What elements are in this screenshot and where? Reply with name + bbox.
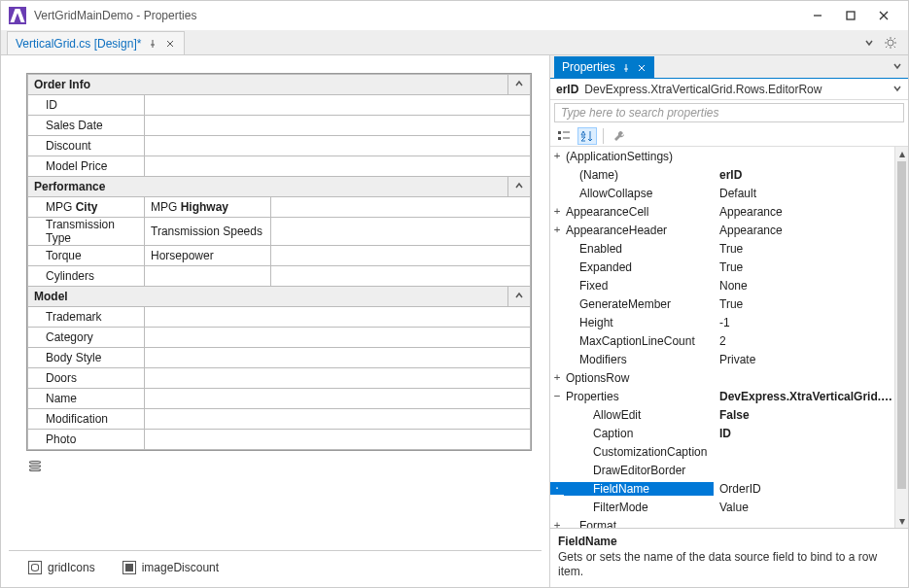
row-value[interactable] [145, 307, 531, 328]
pin-icon[interactable] [621, 62, 631, 72]
row-value[interactable] [145, 136, 531, 156]
close-button[interactable] [867, 4, 900, 27]
property-value[interactable]: False [714, 408, 894, 422]
property-row[interactable]: ·CustomizationCaption [550, 442, 894, 461]
category-label[interactable]: Order Info [34, 78, 90, 91]
row-value[interactable] [145, 348, 531, 368]
property-value[interactable]: None [714, 279, 894, 293]
row-value[interactable] [145, 409, 531, 430]
property-value[interactable]: ID [714, 427, 894, 440]
property-row[interactable]: ·AllowCollapseDefault [550, 184, 894, 202]
row-label[interactable]: ID [28, 95, 145, 116]
row-label[interactable]: Modification [28, 409, 145, 430]
property-value[interactable]: True [714, 260, 894, 274]
property-row[interactable]: +OptionsRow [550, 368, 894, 387]
property-value[interactable]: Appearance [714, 224, 894, 237]
row-label[interactable]: Torque [28, 246, 145, 266]
row-value[interactable] [271, 197, 531, 218]
scrollbar-thumb[interactable] [897, 161, 906, 489]
row-value[interactable] [271, 246, 531, 266]
object-selector[interactable]: erID DevExpress.XtraVerticalGrid.Rows.Ed… [550, 79, 908, 100]
property-row[interactable]: ·ExpandedTrue [550, 258, 894, 276]
row-label[interactable]: Discount [28, 136, 145, 156]
row-label[interactable]: Horsepower [145, 246, 271, 266]
property-row[interactable]: ·GenerateMemberTrue [550, 294, 894, 313]
property-row[interactable]: ·FilterModeValue [550, 498, 894, 516]
expand-toggle[interactable]: + [550, 150, 564, 162]
properties-list[interactable]: +(ApplicationSettings)·(Name)erID·AllowC… [550, 147, 894, 528]
row-label[interactable]: Model Price [28, 156, 145, 177]
property-row[interactable]: +(ApplicationSettings) [550, 147, 894, 165]
property-row[interactable]: ·EnabledTrue [550, 239, 894, 258]
property-row[interactable]: ·AllowEditFalse [550, 405, 894, 424]
category-label[interactable]: Model [34, 290, 68, 303]
row-label[interactable]: Name [28, 389, 145, 409]
property-value[interactable]: Private [714, 353, 894, 366]
property-row[interactable]: ·DrawEditorBorder [550, 461, 894, 479]
row-value[interactable] [145, 389, 531, 409]
expand-toggle[interactable]: + [550, 519, 564, 528]
scrollbar[interactable]: ▴ ▾ [894, 147, 908, 528]
row-value[interactable] [145, 368, 531, 389]
property-row[interactable]: ·FixedNone [550, 276, 894, 294]
chevron-up-icon[interactable] [514, 180, 524, 193]
scroll-down-icon[interactable]: ▾ [895, 514, 908, 528]
vertical-grid[interactable]: Order Info ID Sales Date Discount Model … [26, 73, 532, 451]
property-value[interactable]: OrderID [714, 482, 894, 496]
row-value[interactable] [145, 95, 531, 116]
scroll-up-icon[interactable]: ▴ [895, 147, 908, 160]
expand-toggle[interactable]: + [550, 371, 564, 384]
component-imagediscount[interactable]: imageDiscount [122, 561, 219, 574]
property-value[interactable]: Appearance [714, 205, 894, 219]
row-value[interactable] [145, 328, 531, 348]
property-row[interactable]: +AppearanceHeaderAppearance [550, 221, 894, 239]
database-icon[interactable] [26, 461, 44, 478]
row-value[interactable] [271, 266, 531, 287]
pin-icon[interactable] [147, 38, 158, 50]
row-value[interactable] [271, 218, 531, 246]
property-value[interactable]: Value [714, 501, 894, 514]
minimize-button[interactable] [801, 4, 834, 27]
expand-toggle[interactable]: + [550, 224, 564, 236]
gear-icon[interactable] [883, 35, 898, 51]
property-row[interactable]: ·FieldNameOrderID [550, 479, 894, 498]
row-label[interactable]: Trademark [28, 307, 145, 328]
row-label[interactable]: Category [28, 328, 145, 348]
properties-tab[interactable]: Properties [554, 56, 654, 78]
row-label[interactable]: Photo [28, 430, 145, 450]
property-value[interactable]: erID [714, 168, 894, 182]
property-value[interactable]: True [714, 297, 894, 311]
chevron-up-icon[interactable] [514, 290, 524, 303]
property-value[interactable]: True [714, 242, 894, 256]
close-icon[interactable] [637, 62, 647, 72]
row-label[interactable]: Transmission Speeds [145, 218, 271, 246]
tab-list-dropdown[interactable] [861, 35, 877, 51]
property-row[interactable]: ·ModifiersPrivate [550, 350, 894, 368]
expand-toggle[interactable]: − [550, 390, 564, 402]
row-label[interactable]: Sales Date [28, 116, 145, 136]
maximize-button[interactable] [834, 4, 867, 27]
row-label[interactable]: Transmission Type [28, 218, 145, 246]
row-label[interactable]: Cylinders [28, 266, 145, 287]
row-label[interactable]: MPG Highway [145, 197, 271, 218]
component-gridicons[interactable]: gridIcons [28, 561, 95, 574]
document-tab[interactable]: VerticalGrid.cs [Design]* [7, 31, 185, 54]
row-value[interactable] [145, 116, 531, 136]
panel-menu-dropdown[interactable] [892, 60, 908, 78]
categorized-button[interactable] [554, 127, 574, 145]
expand-toggle[interactable]: + [550, 205, 564, 218]
row-label[interactable]: Doors [28, 368, 145, 389]
property-value[interactable]: -1 [714, 316, 894, 329]
category-label[interactable]: Performance [34, 180, 105, 193]
row-label[interactable]: Body Style [28, 348, 145, 368]
wrench-icon[interactable] [610, 127, 629, 145]
chevron-up-icon[interactable] [514, 78, 524, 91]
property-row[interactable]: ·MaxCaptionLineCount2 [550, 331, 894, 350]
property-value[interactable]: DevExpress.XtraVerticalGrid.Row [714, 390, 894, 403]
chevron-down-icon[interactable] [892, 83, 902, 96]
property-value[interactable]: Default [714, 187, 894, 200]
row-label[interactable] [145, 266, 271, 287]
property-value[interactable]: 2 [714, 334, 894, 348]
search-input[interactable] [554, 103, 904, 122]
property-row[interactable]: ·CaptionID [550, 424, 894, 442]
